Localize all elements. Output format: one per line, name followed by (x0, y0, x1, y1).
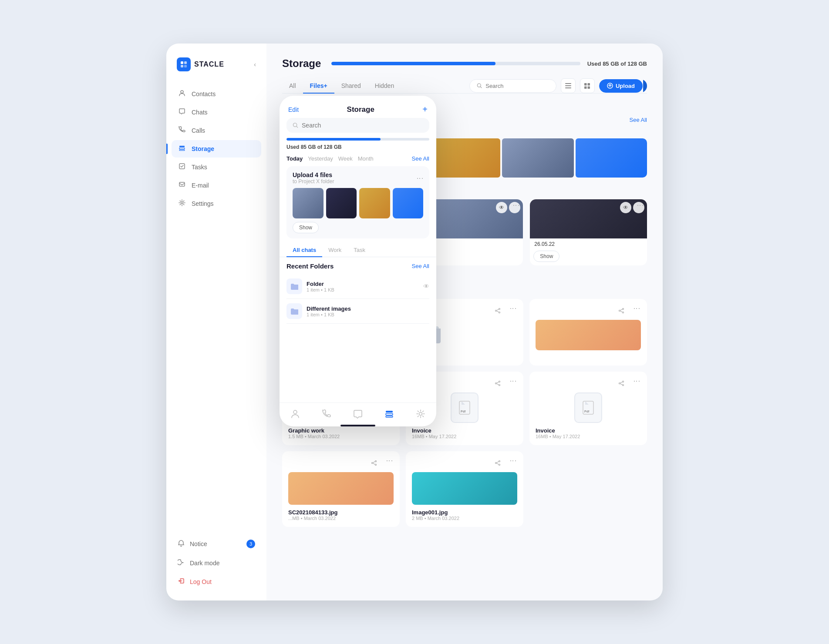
sidebar-item-settings[interactable]: Settings (172, 195, 261, 212)
mobile-search-input[interactable] (302, 122, 423, 129)
mobile-time-tab-yesterday[interactable]: Yesterday (308, 155, 333, 162)
svg-point-47 (499, 461, 500, 462)
sidebar-item-notice[interactable]: Notice 3 (172, 535, 261, 553)
svg-point-24 (495, 310, 497, 312)
sidebar-item-contacts[interactable]: Contacts (172, 85, 261, 103)
storage-used-text: Used 85 GB of 128 GB (587, 60, 647, 67)
recent-see-all[interactable]: See All (630, 117, 647, 123)
file-card-top-inv1: ⋮ (536, 378, 641, 389)
mobile-tab-work[interactable]: Work (322, 244, 347, 257)
svg-rect-53 (386, 413, 393, 415)
more-icon-1[interactable]: ⋮ (509, 202, 520, 213)
storage-used-value: 85 GB of 128 GB (603, 60, 647, 67)
svg-rect-13 (565, 85, 571, 86)
tasks-icon (178, 163, 186, 171)
file-meta-inv0: 16MB • May 17.2022 (412, 434, 517, 439)
file-card-invoice-1: ⋮ Pdf Invoice 16MB • May 17.2022 (529, 372, 647, 445)
mobile-plus-button[interactable]: + (422, 104, 428, 114)
mobile-nav-calls[interactable] (322, 409, 331, 419)
more-icon-folder-1[interactable]: ⋮ (506, 305, 517, 316)
share-icon-1[interactable] (492, 305, 503, 316)
upload-button[interactable]: Upload (599, 79, 643, 93)
mobile-time-tab-week[interactable]: Week (338, 155, 353, 162)
tab-hidden[interactable]: Hidden (368, 79, 401, 94)
svg-point-45 (372, 463, 373, 464)
recent-card-actions-1: 👁 ⋮ (496, 202, 520, 213)
sidebar-label-contacts: Contacts (192, 91, 216, 97)
mobile-tab-task[interactable]: Task (347, 244, 371, 257)
sidebar-item-calls[interactable]: Calls (172, 122, 261, 139)
mobile-upload-header: Upload 4 files to Project X folder ⋮ (293, 171, 423, 184)
file-card-sc2021: ⋮ SC2021084133.jpg ...MB • March 03.2022 (282, 451, 400, 527)
mobile-show-btn[interactable]: Show (293, 222, 319, 233)
more-icon-img2[interactable]: ⋮ (506, 457, 517, 469)
more-icon-inv0[interactable]: ⋮ (506, 378, 517, 389)
eye-icon-1[interactable]: 👁 (496, 202, 507, 213)
more-icon-inv1[interactable]: ⋮ (630, 378, 641, 389)
eye-icon-2[interactable]: 👁 (620, 202, 631, 213)
file-meta-sc2021: ...MB • March 03.2022 (288, 516, 394, 521)
storage-icon (178, 144, 186, 153)
sidebar: STACLE ‹ Contacts Chats Calls (166, 44, 266, 600)
svg-point-44 (375, 461, 377, 462)
more-icon-image-0[interactable]: ⋮ (630, 305, 641, 316)
mobile-see-all[interactable]: See All (412, 155, 429, 162)
chats-icon (178, 108, 186, 117)
mobile-search-box (286, 118, 429, 133)
share-icon-inv0[interactable] (492, 378, 503, 389)
svg-point-36 (499, 385, 500, 386)
list-view-button[interactable] (561, 78, 576, 93)
file-name-sc2021: SC2021084133.jpg (288, 509, 394, 516)
mobile-edit-button[interactable]: Edit (288, 106, 299, 113)
pdf-icon-inv1: Pdf (574, 392, 602, 423)
mobile-nav-storage[interactable] (384, 409, 394, 419)
mobile-folders-see-all[interactable]: See All (412, 263, 429, 269)
mobile-storage-fill (286, 138, 381, 141)
app-window: STACLE ‹ Contacts Chats Calls (166, 44, 663, 600)
sidebar-item-darkmode[interactable]: Dark mode (172, 554, 261, 571)
sidebar-item-storage[interactable]: Storage (172, 140, 261, 158)
search-input[interactable] (485, 83, 549, 89)
tab-shared[interactable]: Shared (334, 79, 368, 94)
show-button-2[interactable]: Show (533, 251, 559, 262)
mobile-nav-settings[interactable] (416, 409, 425, 419)
svg-rect-54 (386, 416, 393, 417)
sidebar-item-tasks[interactable]: Tasks (172, 158, 261, 176)
image-cards-row: ⋮ SC2021084133.jpg ...MB • March 03.2022… (282, 451, 647, 527)
mobile-time-tab-today[interactable]: Today (286, 155, 303, 162)
mobile-nav-chats[interactable] (353, 409, 363, 419)
mobile-nav-contacts[interactable] (290, 409, 300, 419)
sidebar-item-email[interactable]: E-mail (172, 177, 261, 194)
collapse-button[interactable]: ‹ (254, 61, 256, 68)
top-bar: Storage Used 85 GB of 128 GB (282, 57, 647, 70)
tab-files[interactable]: Files+ (303, 79, 334, 94)
share-icon-inv1[interactable] (616, 378, 627, 389)
svg-text:Pdf: Pdf (584, 410, 590, 413)
sidebar-item-logout[interactable]: Log Out (172, 573, 261, 590)
grid-view-button[interactable] (580, 78, 595, 93)
file-card-image-0: ⋮ (529, 299, 647, 366)
file-meta-inv1: 16MB • May 17.2022 (536, 434, 641, 439)
mobile-upload-more[interactable]: ⋮ (416, 174, 424, 181)
file-card-top-2: ⋮ (536, 305, 641, 316)
more-icon-img1[interactable]: ⋮ (382, 457, 394, 469)
mobile-overlay: Edit Storage + Used 85 GB of 128 GB Toda… (280, 96, 436, 426)
sidebar-item-chats[interactable]: Chats (172, 104, 261, 121)
share-icon-2[interactable] (616, 305, 627, 316)
search-box (469, 79, 556, 93)
more-icon-2[interactable]: ⋮ (633, 202, 644, 213)
mobile-upload-photo-1 (326, 188, 357, 218)
mobile-tab-all-chats[interactable]: All chats (286, 244, 322, 257)
svg-rect-14 (565, 87, 571, 88)
tab-all[interactable]: All (282, 79, 303, 94)
file-image-preview-image001 (412, 472, 517, 505)
share-icon-img1[interactable] (368, 457, 380, 469)
storage-progress-fill (331, 62, 495, 65)
mobile-time-tab-month[interactable]: Month (358, 155, 374, 162)
mobile-folder-icon-1 (286, 303, 302, 319)
share-icon-img2[interactable] (492, 457, 503, 469)
upload-dropdown-button[interactable]: ▾ (643, 79, 647, 93)
mobile-folder-eye-0[interactable]: 👁 (423, 283, 429, 290)
svg-rect-16 (588, 83, 590, 86)
svg-rect-18 (588, 86, 590, 89)
